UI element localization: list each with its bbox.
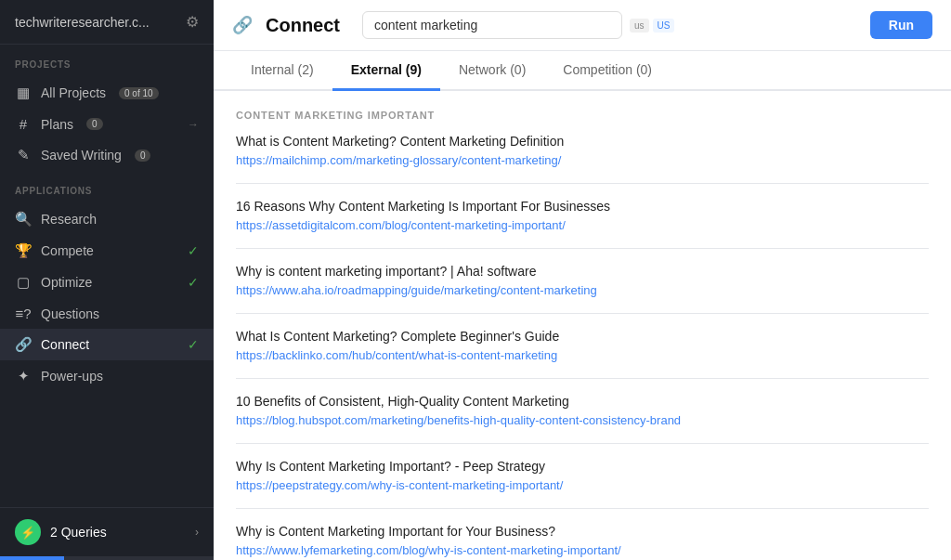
queries-icon: ⚡ xyxy=(15,519,41,545)
result-title: What is Content Marketing? Content Marke… xyxy=(236,134,929,149)
divider xyxy=(236,183,929,184)
queries-chevron: › xyxy=(195,526,199,539)
result-title: Why is content marketing important? | Ah… xyxy=(236,264,929,279)
plans-label: Plans xyxy=(41,117,73,132)
compete-label: Compete xyxy=(41,243,94,258)
tab-external[interactable]: External (9) xyxy=(332,51,440,91)
search-input[interactable] xyxy=(362,11,622,39)
saved-writing-icon: ✎ xyxy=(15,147,32,163)
plans-arrow: → xyxy=(188,118,199,131)
sidebar-workspace-title: techwriteresearcher.c... xyxy=(15,15,150,30)
plans-badge: 0 xyxy=(86,118,103,130)
divider xyxy=(236,313,929,314)
questions-icon: ≡? xyxy=(15,306,32,321)
power-ups-icon: ✦ xyxy=(15,368,32,384)
tab-network[interactable]: Network (0) xyxy=(440,51,544,91)
divider xyxy=(236,443,929,444)
power-ups-label: Power-ups xyxy=(41,369,103,384)
applications-section-label: APPLICATIONS xyxy=(0,171,214,203)
result-url[interactable]: https://blog.hubspot.com/marketing/benef… xyxy=(236,413,681,427)
progress-bar-container xyxy=(0,556,214,560)
divider xyxy=(236,378,929,379)
sidebar-item-optimize[interactable]: ▢ Optimize ✓ xyxy=(0,267,214,298)
research-icon: 🔍 xyxy=(15,211,32,228)
run-button[interactable]: Run xyxy=(870,11,932,39)
section-heading-1: CONTENT MARKETING IMPORTANT xyxy=(236,110,929,121)
sidebar-item-questions[interactable]: ≡? Questions xyxy=(0,298,214,329)
optimize-icon: ▢ xyxy=(15,274,32,291)
connect-check: ✓ xyxy=(188,337,199,352)
result-item: Why Is Content Marketing Important? - Pe… xyxy=(236,459,929,493)
plans-icon: # xyxy=(15,116,32,132)
result-url[interactable]: https://mailchimp.com/marketing-glossary… xyxy=(236,153,561,167)
sidebar-item-compete[interactable]: 🏆 Compete ✓ xyxy=(0,235,214,267)
result-title: Why is Content Marketing Important for Y… xyxy=(236,524,929,539)
sidebar: techwriteresearcher.c... ⚙ PROJECTS ▦ Al… xyxy=(0,0,214,560)
all-projects-label: All Projects xyxy=(41,85,106,100)
page-title: Connect xyxy=(266,15,340,36)
locale-badges: us US xyxy=(630,19,674,33)
research-label: Research xyxy=(41,212,97,227)
result-item: 16 Reasons Why Content Marketing Is Impo… xyxy=(236,199,929,233)
result-item: Why is content marketing important? | Ah… xyxy=(236,264,929,298)
section-content-marketing-important: CONTENT MARKETING IMPORTANT What is Cont… xyxy=(236,110,929,560)
result-url[interactable]: https://www.aha.io/roadmapping/guide/mar… xyxy=(236,283,597,297)
result-title: Why Is Content Marketing Important? - Pe… xyxy=(236,459,929,474)
queries-label: 2 Queries xyxy=(50,525,107,540)
tabs-bar: Internal (2) External (9) Network (0) Co… xyxy=(214,51,951,91)
compete-icon: 🏆 xyxy=(15,242,32,259)
saved-writing-label: Saved Writing xyxy=(41,148,122,163)
topbar: 🔗 Connect us US Run xyxy=(214,0,951,51)
questions-label: Questions xyxy=(41,306,99,321)
all-projects-badge: 0 of 10 xyxy=(119,87,159,99)
sidebar-item-connect[interactable]: 🔗 Connect ✓ xyxy=(0,329,214,360)
result-url[interactable]: https://www.lyfemarketing.com/blog/why-i… xyxy=(236,543,621,557)
result-url[interactable]: https://backlinko.com/hub/content/what-i… xyxy=(236,348,557,362)
divider xyxy=(236,508,929,509)
locale-active-badge[interactable]: US xyxy=(653,19,675,33)
result-title: What Is Content Marketing? Complete Begi… xyxy=(236,329,929,344)
sidebar-item-plans[interactable]: # Plans 0 → xyxy=(0,109,214,139)
optimize-label: Optimize xyxy=(41,275,92,290)
result-item: 10 Benefits of Consistent, High-Quality … xyxy=(236,394,929,428)
sidebar-item-power-ups[interactable]: ✦ Power-ups xyxy=(0,360,214,392)
result-title: 10 Benefits of Consistent, High-Quality … xyxy=(236,394,929,409)
progress-bar-fill xyxy=(0,556,64,560)
connect-label: Connect xyxy=(41,337,89,352)
optimize-check: ✓ xyxy=(188,275,199,290)
sidebar-bottom: ⚡ 2 Queries › xyxy=(0,507,214,560)
sidebar-item-all-projects[interactable]: ▦ All Projects 0 of 10 xyxy=(0,77,214,109)
main-content: 🔗 Connect us US Run Internal (2) Externa… xyxy=(214,0,951,560)
queries-bar[interactable]: ⚡ 2 Queries › xyxy=(0,508,214,556)
grid-icon: ▦ xyxy=(15,85,32,101)
connect-icon: 🔗 xyxy=(15,336,32,353)
connect-topbar-icon: 🔗 xyxy=(232,15,253,35)
result-item: Why is Content Marketing Important for Y… xyxy=(236,524,929,558)
result-item: What is Content Marketing? Content Marke… xyxy=(236,134,929,168)
divider xyxy=(236,248,929,249)
search-box: us US xyxy=(362,11,848,39)
result-url[interactable]: https://peepstrategy.com/why-is-content-… xyxy=(236,478,563,492)
result-url[interactable]: https://assetdigitalcom.com/blog/content… xyxy=(236,218,566,232)
sidebar-item-research[interactable]: 🔍 Research xyxy=(0,203,214,235)
saved-writing-badge: 0 xyxy=(135,150,151,162)
tab-competition[interactable]: Competition (0) xyxy=(544,51,671,91)
content-area: CONTENT MARKETING IMPORTANT What is Cont… xyxy=(214,91,951,560)
gear-icon[interactable]: ⚙ xyxy=(186,13,199,31)
result-item: What Is Content Marketing? Complete Begi… xyxy=(236,329,929,363)
tab-internal[interactable]: Internal (2) xyxy=(232,51,332,91)
projects-section-label: PROJECTS xyxy=(0,45,214,77)
sidebar-header: techwriteresearcher.c... ⚙ xyxy=(0,0,214,45)
result-title: 16 Reasons Why Content Marketing Is Impo… xyxy=(236,199,929,214)
locale-inactive-badge[interactable]: us xyxy=(630,19,649,33)
sidebar-item-saved-writing[interactable]: ✎ Saved Writing 0 xyxy=(0,139,214,171)
compete-check: ✓ xyxy=(188,243,199,258)
